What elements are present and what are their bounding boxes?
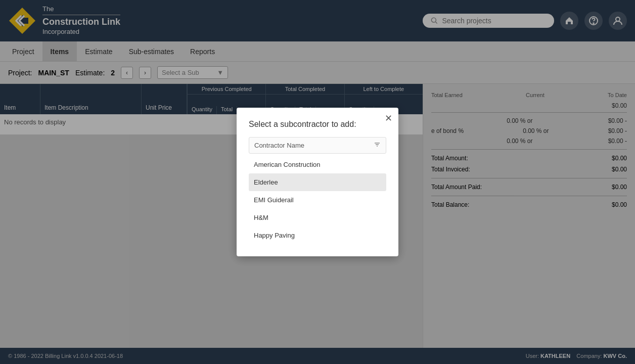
contractor-list: American ConstructionElderleeEMI Guidera… [249, 156, 386, 244]
modal-title: Select a subcontractor to add: [249, 120, 386, 129]
contractor-item[interactable]: EMI Guiderail [249, 191, 386, 209]
contractor-item[interactable]: H&M [249, 209, 386, 226]
contractor-filter-row[interactable]: Contractor Name [249, 137, 386, 154]
modal: Select a subcontractor to add: ✕ Contrac… [237, 108, 398, 256]
modal-overlay[interactable]: Select a subcontractor to add: ✕ Contrac… [0, 0, 635, 364]
contractor-filter-label: Contractor Name [254, 142, 304, 149]
filter-icon [374, 141, 381, 150]
contractor-item[interactable]: Elderlee [249, 173, 386, 191]
contractor-item[interactable]: American Construction [249, 156, 386, 173]
modal-close-button[interactable]: ✕ [385, 114, 392, 123]
contractor-item[interactable]: Happy Paving [249, 226, 386, 244]
